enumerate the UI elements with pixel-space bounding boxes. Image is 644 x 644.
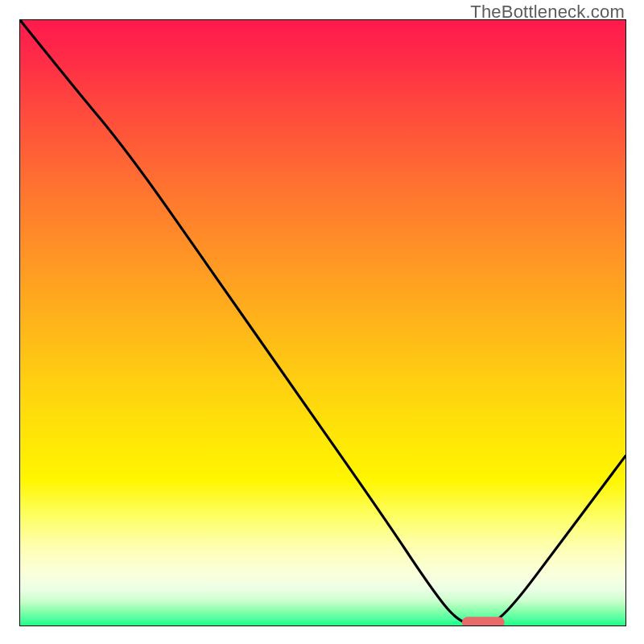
optimal-range-marker (462, 617, 505, 625)
plot-area (19, 19, 626, 626)
bottleneck-curve (20, 20, 625, 625)
chart-svg (20, 20, 625, 625)
chart-container: TheBottleneck.com (0, 0, 644, 644)
